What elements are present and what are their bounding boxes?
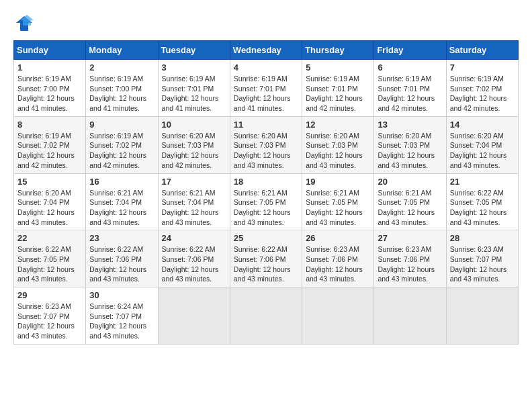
day-number: 8 — [17, 120, 82, 130]
calendar-cell: 21 Sunrise: 6:22 AMSunset: 7:05 PMDaylig… — [446, 173, 518, 230]
calendar-cell — [230, 287, 302, 345]
calendar-cell: 1 Sunrise: 6:19 AMSunset: 7:00 PMDayligh… — [14, 60, 86, 117]
day-info: Sunrise: 6:21 AMSunset: 7:05 PMDaylight:… — [234, 189, 291, 226]
calendar-cell: 30 Sunrise: 6:24 AMSunset: 7:07 PMDaylig… — [86, 287, 158, 345]
day-info: Sunrise: 6:23 AMSunset: 7:07 PMDaylight:… — [450, 245, 507, 283]
calendar-cell: 9 Sunrise: 6:19 AMSunset: 7:02 PMDayligh… — [86, 116, 158, 173]
day-number: 19 — [306, 177, 370, 187]
calendar-body: 1 Sunrise: 6:19 AMSunset: 7:00 PMDayligh… — [14, 60, 519, 345]
calendar-cell: 27 Sunrise: 6:23 AMSunset: 7:06 PMDaylig… — [374, 230, 446, 287]
day-number: 9 — [89, 120, 154, 130]
day-info: Sunrise: 6:24 AMSunset: 7:07 PMDaylight:… — [89, 302, 146, 340]
calendar-cell: 16 Sunrise: 6:21 AMSunset: 7:04 PMDaylig… — [86, 173, 158, 230]
week-row-5: 29 Sunrise: 6:23 AMSunset: 7:07 PMDaylig… — [14, 287, 519, 345]
day-number: 2 — [89, 62, 154, 73]
calendar-cell: 26 Sunrise: 6:23 AMSunset: 7:06 PMDaylig… — [302, 230, 374, 287]
calendar-cell: 20 Sunrise: 6:21 AMSunset: 7:05 PMDaylig… — [374, 173, 446, 230]
calendar-cell: 7 Sunrise: 6:19 AMSunset: 7:02 PMDayligh… — [446, 60, 518, 117]
day-info: Sunrise: 6:23 AMSunset: 7:06 PMDaylight:… — [378, 245, 435, 283]
calendar-cell: 14 Sunrise: 6:20 AMSunset: 7:04 PMDaylig… — [446, 116, 518, 173]
calendar-cell: 29 Sunrise: 6:23 AMSunset: 7:07 PMDaylig… — [14, 287, 86, 345]
day-info: Sunrise: 6:22 AMSunset: 7:06 PMDaylight:… — [162, 245, 219, 283]
day-number: 6 — [378, 62, 442, 73]
day-info: Sunrise: 6:20 AMSunset: 7:04 PMDaylight:… — [450, 132, 507, 169]
week-row-4: 22 Sunrise: 6:22 AMSunset: 7:05 PMDaylig… — [14, 230, 519, 287]
day-info: Sunrise: 6:19 AMSunset: 7:00 PMDaylight:… — [89, 75, 146, 112]
day-number: 16 — [89, 177, 154, 187]
day-info: Sunrise: 6:19 AMSunset: 7:02 PMDaylight:… — [89, 132, 146, 169]
calendar-cell: 2 Sunrise: 6:19 AMSunset: 7:00 PMDayligh… — [86, 60, 158, 117]
day-info: Sunrise: 6:23 AMSunset: 7:07 PMDaylight:… — [17, 302, 75, 340]
weekday-monday: Monday — [86, 41, 158, 60]
day-number: 5 — [306, 62, 370, 73]
day-number: 10 — [162, 120, 226, 130]
day-info: Sunrise: 6:19 AMSunset: 7:02 PMDaylight:… — [450, 75, 507, 112]
calendar-cell: 28 Sunrise: 6:23 AMSunset: 7:07 PMDaylig… — [446, 230, 518, 287]
day-info: Sunrise: 6:19 AMSunset: 7:01 PMDaylight:… — [378, 75, 435, 112]
day-number: 24 — [162, 233, 226, 243]
logo-icon — [13, 13, 34, 34]
calendar-cell: 6 Sunrise: 6:19 AMSunset: 7:01 PMDayligh… — [374, 60, 446, 117]
day-info: Sunrise: 6:21 AMSunset: 7:05 PMDaylight:… — [306, 189, 363, 226]
day-number: 28 — [450, 233, 515, 243]
calendar-cell: 11 Sunrise: 6:20 AMSunset: 7:03 PMDaylig… — [230, 116, 302, 173]
day-number: 30 — [89, 290, 154, 300]
day-number: 4 — [234, 62, 298, 73]
calendar-table: SundayMondayTuesdayWednesdayThursdayFrid… — [13, 40, 519, 345]
day-info: Sunrise: 6:19 AMSunset: 7:01 PMDaylight:… — [162, 75, 219, 112]
calendar-cell: 18 Sunrise: 6:21 AMSunset: 7:05 PMDaylig… — [230, 173, 302, 230]
calendar-cell: 8 Sunrise: 6:19 AMSunset: 7:02 PMDayligh… — [14, 116, 86, 173]
day-info: Sunrise: 6:20 AMSunset: 7:03 PMDaylight:… — [162, 132, 219, 169]
page-header — [13, 13, 519, 34]
calendar-cell: 25 Sunrise: 6:22 AMSunset: 7:06 PMDaylig… — [230, 230, 302, 287]
weekday-tuesday: Tuesday — [158, 41, 230, 60]
day-number: 26 — [306, 233, 370, 243]
day-info: Sunrise: 6:22 AMSunset: 7:05 PMDaylight:… — [17, 245, 75, 283]
weekday-header-row: SundayMondayTuesdayWednesdayThursdayFrid… — [14, 41, 519, 60]
calendar-cell: 17 Sunrise: 6:21 AMSunset: 7:04 PMDaylig… — [158, 173, 230, 230]
day-number: 3 — [162, 62, 226, 73]
day-info: Sunrise: 6:22 AMSunset: 7:06 PMDaylight:… — [234, 245, 291, 283]
day-info: Sunrise: 6:20 AMSunset: 7:03 PMDaylight:… — [306, 132, 363, 169]
calendar-cell: 3 Sunrise: 6:19 AMSunset: 7:01 PMDayligh… — [158, 60, 230, 117]
day-number: 17 — [162, 177, 226, 187]
day-info: Sunrise: 6:21 AMSunset: 7:04 PMDaylight:… — [89, 189, 146, 226]
day-info: Sunrise: 6:21 AMSunset: 7:05 PMDaylight:… — [378, 189, 435, 226]
day-info: Sunrise: 6:21 AMSunset: 7:04 PMDaylight:… — [162, 189, 219, 226]
calendar-cell: 22 Sunrise: 6:22 AMSunset: 7:05 PMDaylig… — [14, 230, 86, 287]
calendar-cell: 15 Sunrise: 6:20 AMSunset: 7:04 PMDaylig… — [14, 173, 86, 230]
day-number: 13 — [378, 120, 442, 130]
weekday-friday: Friday — [374, 41, 446, 60]
day-number: 21 — [450, 177, 515, 187]
day-number: 20 — [378, 177, 442, 187]
calendar-cell: 10 Sunrise: 6:20 AMSunset: 7:03 PMDaylig… — [158, 116, 230, 173]
day-info: Sunrise: 6:19 AMSunset: 7:02 PMDaylight:… — [17, 132, 75, 169]
day-info: Sunrise: 6:23 AMSunset: 7:06 PMDaylight:… — [306, 245, 363, 283]
day-number: 15 — [17, 177, 82, 187]
day-number: 22 — [17, 233, 82, 243]
day-number: 29 — [17, 290, 82, 300]
day-info: Sunrise: 6:20 AMSunset: 7:03 PMDaylight:… — [234, 132, 291, 169]
logo — [13, 13, 36, 34]
weekday-saturday: Saturday — [446, 41, 518, 60]
day-info: Sunrise: 6:22 AMSunset: 7:05 PMDaylight:… — [450, 189, 507, 226]
day-number: 12 — [306, 120, 370, 130]
day-info: Sunrise: 6:19 AMSunset: 7:00 PMDaylight:… — [17, 75, 75, 112]
day-number: 7 — [450, 62, 515, 73]
week-row-1: 1 Sunrise: 6:19 AMSunset: 7:00 PMDayligh… — [14, 60, 519, 117]
calendar-cell — [374, 287, 446, 345]
weekday-wednesday: Wednesday — [230, 41, 302, 60]
day-info: Sunrise: 6:19 AMSunset: 7:01 PMDaylight:… — [306, 75, 363, 112]
day-number: 18 — [234, 177, 298, 187]
day-info: Sunrise: 6:19 AMSunset: 7:01 PMDaylight:… — [234, 75, 291, 112]
day-number: 23 — [89, 233, 154, 243]
weekday-sunday: Sunday — [14, 41, 86, 60]
calendar-cell: 23 Sunrise: 6:22 AMSunset: 7:06 PMDaylig… — [86, 230, 158, 287]
day-number: 27 — [378, 233, 442, 243]
calendar-cell: 19 Sunrise: 6:21 AMSunset: 7:05 PMDaylig… — [302, 173, 374, 230]
weekday-thursday: Thursday — [302, 41, 374, 60]
calendar-cell — [158, 287, 230, 345]
day-number: 1 — [17, 62, 82, 73]
day-number: 11 — [234, 120, 298, 130]
day-info: Sunrise: 6:22 AMSunset: 7:06 PMDaylight:… — [89, 245, 146, 283]
